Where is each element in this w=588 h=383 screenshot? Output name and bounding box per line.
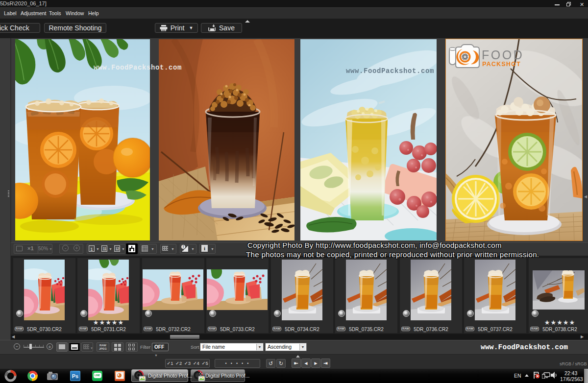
svg-text:PACKSHOT: PACKSHOT (482, 61, 521, 68)
svg-text:FOOD: FOOD (482, 48, 524, 62)
